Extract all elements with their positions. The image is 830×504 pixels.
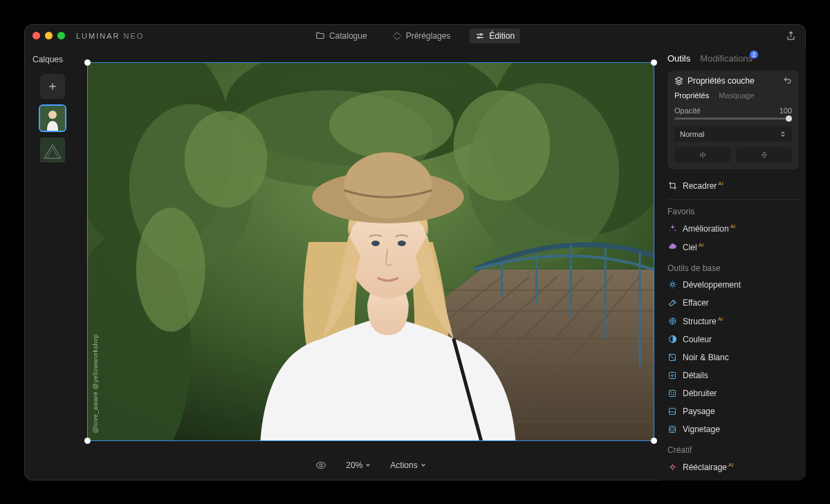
window-controls	[33, 32, 65, 39]
minimize-window-button[interactable]	[45, 32, 53, 39]
plus-icon	[47, 81, 58, 92]
flip-vertical-button[interactable]	[736, 147, 792, 162]
zoom-dropdown[interactable]: 20%	[346, 460, 371, 470]
tool-relight[interactable]: RééclairageAI	[667, 458, 799, 476]
svg-point-0	[481, 33, 482, 35]
fullscreen-window-button[interactable]	[57, 32, 65, 39]
undo-icon	[783, 76, 792, 85]
nav-catalogue[interactable]: Catalogue	[310, 28, 373, 44]
body: Calques	[24, 48, 806, 480]
tool-bw[interactable]: Noir & Blanc	[667, 348, 799, 366]
flip-horizontal-button[interactable]	[674, 147, 730, 162]
subtab-properties[interactable]: Propriétés	[674, 91, 709, 100]
svg-point-36	[671, 391, 672, 392]
svg-point-28	[671, 283, 674, 286]
details-icon	[668, 371, 676, 380]
tool-atmosphere[interactable]: AtmosphèreAI	[667, 476, 799, 480]
tab-modifications[interactable]: Modifications 2	[700, 53, 753, 64]
right-panel: Outils Modifications 2 Propriétés couche	[661, 48, 806, 480]
transform-handle-tl[interactable]	[84, 59, 91, 66]
tool-erase[interactable]: Effacer	[667, 294, 799, 312]
sparkle-icon	[392, 31, 402, 41]
eye-icon	[315, 460, 326, 471]
svg-point-1	[478, 37, 479, 38]
sliders-icon	[475, 31, 485, 41]
tool-crop[interactable]: RecadrerAI	[667, 176, 799, 195]
crop-icon	[668, 181, 677, 190]
cloud-icon	[668, 243, 677, 252]
svg-point-38	[672, 394, 672, 395]
flip-v-icon	[760, 150, 768, 160]
relight-icon	[668, 463, 677, 472]
photo-image	[88, 63, 654, 440]
center-area: @love_aware @yellowworkshop 20% Actions	[81, 48, 661, 480]
nav-edit[interactable]: Édition	[470, 28, 520, 44]
layer-thumbnail-1[interactable]	[40, 106, 65, 131]
close-window-button[interactable]	[33, 32, 40, 39]
svg-point-24	[344, 152, 432, 218]
chevron-down-icon	[421, 463, 426, 468]
svg-point-39	[673, 394, 674, 395]
titlebar: LUMINAR NEO Catalogue Préréglages Éditio…	[24, 24, 806, 48]
share-icon	[786, 30, 796, 41]
tool-details[interactable]: Détails	[667, 366, 799, 384]
svg-rect-4	[40, 138, 65, 162]
watermark: @love_aware @yellowworkshop	[92, 334, 99, 433]
tool-develop[interactable]: Développement	[667, 276, 799, 294]
preview-toggle[interactable]	[315, 460, 326, 471]
tool-denoise[interactable]: Débruiter	[667, 384, 799, 402]
thumb-portrait-icon	[40, 106, 65, 131]
subtab-masking[interactable]: Masquage	[719, 91, 754, 100]
sort-icon	[780, 131, 786, 138]
opacity-slider-row: Opacité 100	[674, 106, 792, 120]
app-brand: LUMINAR NEO	[76, 32, 144, 40]
actions-dropdown[interactable]: Actions	[390, 460, 425, 470]
tool-landscape[interactable]: Paysage	[667, 402, 799, 420]
svg-point-29	[671, 319, 673, 321]
canvas[interactable]: @love_aware @yellowworkshop	[87, 62, 654, 441]
slider-knob[interactable]	[786, 115, 792, 122]
share-button[interactable]	[786, 30, 796, 41]
sun-icon	[668, 280, 677, 289]
transform-handle-br[interactable]	[651, 438, 657, 444]
flip-h-icon	[698, 151, 708, 159]
denoise-icon	[668, 389, 676, 398]
undo-button[interactable]	[783, 76, 792, 85]
svg-rect-35	[670, 390, 676, 396]
chevron-down-icon	[365, 463, 371, 468]
svg-point-43	[671, 465, 674, 468]
tab-tools[interactable]: Outils	[667, 53, 690, 64]
tool-structure[interactable]: StructureAI	[667, 312, 799, 330]
svg-rect-33	[670, 372, 676, 378]
top-nav: Catalogue Préréglages Édition	[310, 28, 520, 44]
tool-color[interactable]: Couleur	[667, 330, 799, 348]
vignette-icon	[668, 425, 676, 433]
opacity-slider[interactable]	[674, 118, 792, 120]
nav-presets[interactable]: Préréglages	[387, 28, 456, 44]
sparkle-icon	[668, 224, 677, 233]
blend-mode-dropdown[interactable]: Normal	[674, 127, 792, 142]
bw-icon	[668, 353, 676, 362]
svg-point-3	[48, 111, 57, 119]
tool-vignette[interactable]: Vignetage	[667, 420, 799, 438]
tool-enhance[interactable]: AméliorationAI	[667, 219, 799, 238]
tool-sky[interactable]: CielAI	[667, 238, 799, 256]
transform-handle-bl[interactable]	[84, 438, 91, 444]
svg-point-37	[674, 392, 674, 393]
svg-point-42	[670, 427, 674, 431]
layer-thumbnail-2[interactable]	[40, 138, 65, 162]
base-tools-title: Outils de base	[667, 263, 799, 273]
layers-panel: Calques	[24, 48, 81, 480]
panel-subtabs: Propriétés Masquage	[674, 91, 792, 100]
canvas-wrap: @love_aware @yellowworkshop	[81, 53, 661, 450]
right-tabs: Outils Modifications 2	[667, 53, 799, 64]
bottom-bar: 20% Actions	[81, 450, 661, 480]
eraser-icon	[668, 298, 677, 307]
add-layer-button[interactable]	[40, 74, 65, 99]
transform-handle-tr[interactable]	[651, 59, 657, 66]
svg-point-13	[185, 111, 268, 207]
landscape-icon	[668, 407, 676, 416]
favorites-title: Favoris	[667, 207, 799, 216]
svg-point-27	[320, 464, 322, 467]
thumb-bridge-icon	[40, 138, 65, 162]
